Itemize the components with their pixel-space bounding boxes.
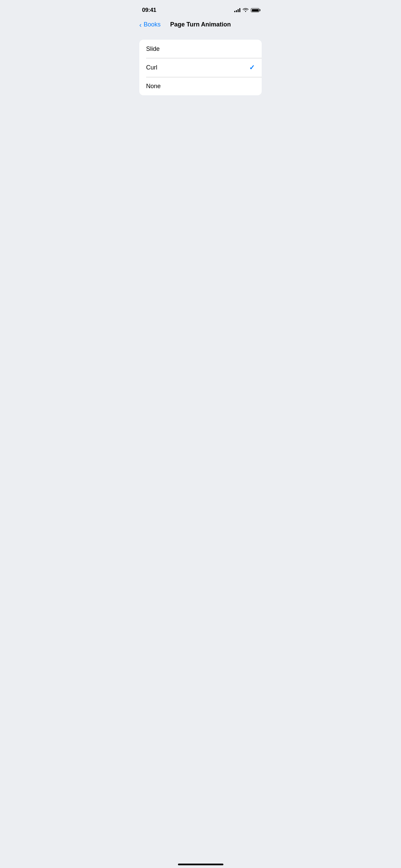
option-item-curl[interactable]: Curl✓ xyxy=(139,58,262,77)
signal-bar-1 xyxy=(234,11,235,12)
signal-bars-icon xyxy=(234,8,240,12)
back-chevron-icon: ‹ xyxy=(139,21,142,28)
status-time: 09:41 xyxy=(142,7,156,14)
signal-bar-2 xyxy=(236,10,237,12)
option-item-slide[interactable]: Slide xyxy=(139,40,262,58)
content-area: SlideCurl✓None xyxy=(134,32,267,95)
wifi-icon xyxy=(243,7,248,13)
status-icons xyxy=(234,7,260,13)
battery-icon xyxy=(251,8,260,12)
signal-bar-3 xyxy=(238,9,239,12)
options-list: SlideCurl✓None xyxy=(139,40,262,95)
page-title: Page Turn Animation xyxy=(170,21,231,28)
option-label-slide: Slide xyxy=(146,45,160,53)
option-item-none[interactable]: None xyxy=(139,77,262,95)
option-label-none: None xyxy=(146,83,161,90)
navigation-bar: ‹ Books Page Turn Animation xyxy=(134,18,267,32)
signal-bar-4 xyxy=(239,8,240,12)
checkmark-icon-curl: ✓ xyxy=(249,63,255,72)
back-label: Books xyxy=(144,21,161,28)
back-button[interactable]: ‹ Books xyxy=(139,21,161,28)
status-bar: 09:41 xyxy=(134,0,267,18)
option-label-curl: Curl xyxy=(146,64,157,71)
